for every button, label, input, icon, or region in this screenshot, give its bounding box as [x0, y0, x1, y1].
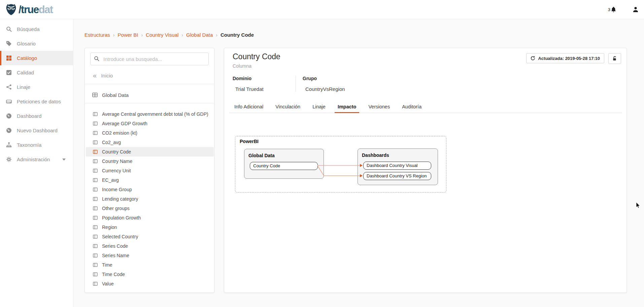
sidebar-item[interactable]: Dashboard — [0, 109, 73, 123]
tab[interactable]: Versiones — [363, 101, 395, 113]
column-list: Average Central government debt total (%… — [86, 109, 214, 288]
breadcrumb-link[interactable]: Power BI — [118, 32, 138, 38]
search-icon — [94, 56, 99, 63]
column-list-label: Selected Country — [102, 234, 138, 239]
tab-label: Linaje — [312, 104, 326, 109]
diagram-node[interactable]: Dashboard Country Visual — [363, 162, 431, 170]
notifications-button[interactable]: 3 — [608, 7, 616, 12]
chevron-down-icon — [62, 159, 66, 161]
column-list-item[interactable]: EC_avg — [86, 175, 214, 185]
diagram-node[interactable]: Country Code — [250, 162, 318, 170]
sidebar-item[interactable]: Linaje — [0, 80, 73, 94]
structure-panel: « Inicio Global Data Average Cent — [84, 48, 214, 293]
column-list-item[interactable]: Country Name — [86, 157, 214, 166]
columns-icon — [93, 272, 98, 277]
column-list-item[interactable]: Currency Unit — [86, 166, 214, 175]
columns-icon — [93, 178, 98, 182]
user-menu-button[interactable] — [633, 6, 639, 12]
sitemap-icon — [6, 142, 12, 148]
tab[interactable]: Linaje — [307, 101, 331, 113]
diagram-node[interactable]: Dashboard Country VS Region — [363, 172, 431, 180]
column-list-label: Average Central government debt total (%… — [102, 111, 208, 117]
column-list-item[interactable]: Region — [86, 223, 214, 232]
refresh-updated-button[interactable]: Actualizada: 2019-05-28 17:10 — [526, 53, 604, 63]
collapse-icon: « — [93, 72, 97, 79]
column-list-item[interactable]: Other groups — [86, 204, 214, 213]
inbox-icon — [6, 99, 12, 104]
columns-icon — [93, 225, 98, 230]
sidebar-item[interactable]: Glosario — [0, 36, 73, 51]
column-list-item[interactable]: Income Group — [86, 185, 214, 194]
updated-label: Actualizada: 2019-05-28 17:10 — [538, 56, 600, 61]
mouse-cursor — [636, 202, 640, 210]
truedat-logo[interactable]: /truedat — [5, 3, 53, 16]
sidebar-item[interactable]: Catálogo — [0, 51, 73, 65]
column-list-item[interactable]: Value — [86, 279, 214, 288]
notification-count: 3 — [608, 7, 610, 12]
tab[interactable]: Info Adicional — [229, 101, 268, 113]
sidebar-item[interactable]: Nuevo Dashboard — [0, 123, 73, 138]
sidebar-item[interactable]: Administración — [0, 152, 73, 167]
sidebar-item[interactable]: Calidad — [0, 65, 73, 80]
diagram-node-label: Dashboard Country VS Region — [367, 173, 427, 178]
structure-type-label: Columna — [233, 63, 251, 69]
breadcrumb-link[interactable]: Global Data — [186, 32, 213, 38]
column-list-item[interactable]: CO2 emision (kt) — [86, 128, 214, 138]
column-list-label: Country Name — [102, 159, 132, 164]
sidebar-item[interactable]: Búsqueda — [0, 22, 73, 36]
column-list-item[interactable]: Time Code — [86, 270, 214, 279]
search-icon — [6, 26, 12, 32]
tab[interactable]: Auditoría — [397, 101, 427, 113]
sidebar-item-label: Nuevo Dashboard — [17, 128, 58, 133]
columns-icon — [93, 187, 98, 192]
owl-logo-icon — [5, 3, 18, 16]
diagram-target-box: Dashboards Dashboard Country Visual Dash… — [358, 148, 438, 185]
sidebar-item[interactable]: Peticiones de datos — [0, 94, 73, 109]
breadcrumb-link[interactable]: Country Visual — [146, 32, 178, 38]
columns-icon — [93, 112, 98, 116]
tab-label: Vinculación — [275, 104, 300, 109]
column-list-item[interactable]: Time — [86, 260, 214, 270]
structure-root-item[interactable]: Global Data — [85, 89, 214, 101]
columns-icon — [93, 234, 98, 239]
divider — [85, 84, 214, 84]
main-sidebar: Búsqueda Glosario Catálogo Calidad — [0, 19, 73, 307]
column-list-item[interactable]: Lending category — [86, 194, 214, 204]
sidebar-item[interactable]: Taxonomía — [0, 138, 73, 152]
column-list-label: Region — [102, 225, 117, 230]
unlock-button[interactable] — [608, 53, 621, 64]
breadcrumb-separator: › — [113, 32, 115, 38]
columns-icon — [93, 197, 98, 201]
column-list-item[interactable]: Average Central government debt total (%… — [86, 109, 214, 119]
column-list-item[interactable]: Selected Country — [86, 232, 214, 241]
impact-diagram: PowerBI Global Data Country Code Dashboa… — [235, 136, 446, 193]
gear-icon — [6, 157, 12, 162]
column-list-label: Lending category — [102, 196, 138, 202]
breadcrumb-separator: › — [181, 32, 183, 38]
column-list-label: Series Code — [102, 243, 128, 249]
breadcrumb-link[interactable]: Estructuras — [84, 32, 110, 38]
column-list-item[interactable]: Population Growth — [86, 213, 214, 223]
column-list-item[interactable]: Series Code — [86, 241, 214, 251]
gauge-icon — [6, 113, 12, 119]
column-list-label: Income Group — [102, 187, 132, 192]
back-to-home[interactable]: « Inicio — [85, 70, 214, 81]
search-input[interactable] — [90, 53, 209, 65]
column-list-item[interactable]: Country Code — [86, 147, 214, 157]
diagram-source-box: Global Data Country Code — [244, 149, 324, 179]
columns-icon — [93, 253, 98, 258]
column-list-label: Time — [102, 262, 112, 268]
diagram-node-label: Country Code — [253, 163, 280, 168]
column-list-item[interactable]: Co2_avg — [86, 138, 214, 147]
columns-icon — [93, 281, 98, 286]
tab-label: Auditoría — [402, 104, 421, 109]
columns-icon — [93, 140, 98, 145]
column-list-label: Series Name — [102, 253, 129, 258]
column-list-item[interactable]: Series Name — [86, 251, 214, 260]
tab[interactable]: Impacto — [333, 101, 362, 113]
column-list-item[interactable]: Average GDP Growth — [86, 119, 214, 128]
tag-icon — [6, 41, 12, 46]
diagram-group-label: PowerBI — [240, 139, 259, 144]
tab[interactable]: Vinculación — [270, 101, 305, 113]
metadata-fields: Dominio Trial Truedat Grupo CountryVsReg… — [233, 76, 403, 92]
